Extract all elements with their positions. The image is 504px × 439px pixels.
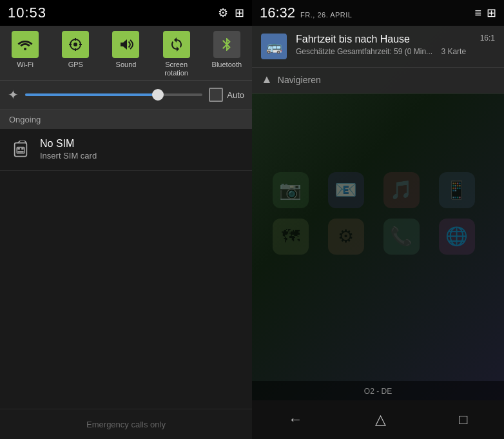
right-time: 16:32 (260, 5, 295, 21)
toggle-bluetooth[interactable]: Bluetooth (204, 31, 250, 77)
wifi-label: Wi-Fi (17, 61, 34, 69)
toggle-wifi[interactable]: Wi-Fi (2, 31, 48, 77)
sound-icon (112, 31, 139, 58)
brightness-fill (25, 93, 158, 96)
right-notification-shade: 🚌 Fahrtzeit bis nach Hause 16:1 Geschätz… (252, 26, 504, 93)
rotation-label: Screenrotation (164, 61, 188, 77)
left-bottom-bar: Emergency calls only (0, 409, 252, 439)
app-icon-7: 📞 (383, 219, 420, 255)
nav-card-time: 16:1 (480, 34, 495, 43)
rotation-icon (163, 31, 190, 58)
gps-label: GPS (68, 61, 83, 69)
ongoing-section-header: Ongoing (0, 110, 252, 129)
svg-rect-11 (21, 148, 23, 150)
sim-title: No SIM (40, 138, 243, 150)
auto-label: Auto (227, 90, 244, 100)
right-status-bar: 16:32 FR., 26. APRIL ≡ ⊞ (252, 0, 504, 26)
quick-toggles: Wi-Fi GPS (0, 26, 252, 81)
app-icon-1: 📷 (273, 172, 309, 208)
navigieren-action[interactable]: ▲ Navigieren (252, 68, 504, 93)
right-date: FR., 26. APRIL (300, 11, 352, 19)
gps-icon (62, 31, 89, 58)
sim-notification[interactable]: No SIM Insert SIM card (0, 129, 252, 171)
left-time: 10:53 (8, 5, 46, 21)
back-button[interactable]: ← (278, 406, 313, 433)
toggle-sound[interactable]: Sound (102, 31, 149, 77)
right-time-block: 16:32 FR., 26. APRIL (260, 5, 352, 21)
navigate-icon: ▲ (261, 73, 273, 86)
ongoing-title: Ongoing (9, 115, 41, 124)
sound-label: Sound (116, 61, 137, 69)
brightness-row: ✦ Auto (0, 81, 252, 110)
left-panel: 10:53 ⚙ ⊞ Wi-Fi (0, 0, 252, 439)
app-icon-2: 📧 (328, 172, 364, 208)
right-menu-icon[interactable]: ≡ (474, 6, 481, 20)
nav-card-title: Fahrtzeit bis nach Hause (296, 34, 410, 45)
bluetooth-icon (213, 31, 240, 58)
emergency-text: Emergency calls only (86, 420, 166, 429)
nav-card-subtitle: Geschätzte Gesamtfahrzeit: 59 (0 Min... … (296, 47, 495, 56)
left-status-icons: ⚙ ⊞ (218, 6, 244, 20)
svg-rect-12 (17, 151, 23, 153)
toggle-gps[interactable]: GPS (52, 31, 99, 77)
grid-icon[interactable]: ⊞ (235, 6, 244, 20)
nav-title-row: Fahrtzeit bis nach Hause 16:1 (296, 34, 495, 45)
app-icon-3: 🎵 (383, 172, 420, 208)
navigation-card[interactable]: 🚌 Fahrtzeit bis nach Hause 16:1 Geschätz… (252, 26, 504, 68)
brightness-slider[interactable] (25, 93, 202, 96)
app-icon-8: 🌐 (439, 219, 475, 255)
settings-icon[interactable]: ⚙ (218, 6, 228, 20)
android-nav-bar: ← △ □ (252, 400, 504, 439)
right-grid-icon[interactable]: ⊞ (487, 6, 496, 20)
wifi-icon (12, 31, 39, 58)
app-icon-6: ⚙ (328, 219, 364, 255)
toggle-rotation[interactable]: Screenrotation (153, 31, 200, 77)
right-panel: 16:32 FR., 26. APRIL ≡ ⊞ 📷 📧 🎵 📱 🗺 ⚙ 📞 🌐… (252, 0, 504, 439)
carrier-bar: O2 - DE (252, 381, 504, 400)
recents-button[interactable]: □ (449, 406, 478, 433)
app-icon-4: 📱 (439, 172, 475, 208)
carrier-text: O2 - DE (364, 387, 392, 396)
auto-toggle[interactable]: Auto (209, 88, 244, 102)
brightness-icon: ✦ (8, 87, 19, 102)
right-status-icons: ≡ ⊞ (474, 6, 496, 20)
svg-marker-7 (121, 39, 127, 50)
navigieren-label: Navigieren (278, 75, 321, 85)
svg-rect-10 (17, 148, 20, 150)
wallpaper-app-icons: 📷 📧 🎵 📱 🗺 ⚙ 📞 🌐 (273, 172, 484, 255)
app-icon-5: 🗺 (273, 219, 309, 255)
bluetooth-label: Bluetooth (212, 61, 242, 69)
left-status-bar: 10:53 ⚙ ⊞ (0, 0, 252, 26)
nav-card-content: Fahrtzeit bis nach Hause 16:1 Geschätzte… (296, 34, 495, 56)
svg-point-0 (24, 48, 26, 50)
sim-notification-content: No SIM Insert SIM card (40, 138, 243, 161)
sim-subtitle: Insert SIM card (40, 151, 243, 161)
nav-card-icon: 🚌 (261, 34, 287, 59)
sim-icon (9, 138, 32, 161)
auto-checkbox[interactable] (209, 88, 223, 102)
home-button[interactable]: △ (365, 406, 396, 433)
brightness-thumb[interactable] (152, 89, 164, 101)
svg-point-1 (73, 43, 77, 46)
